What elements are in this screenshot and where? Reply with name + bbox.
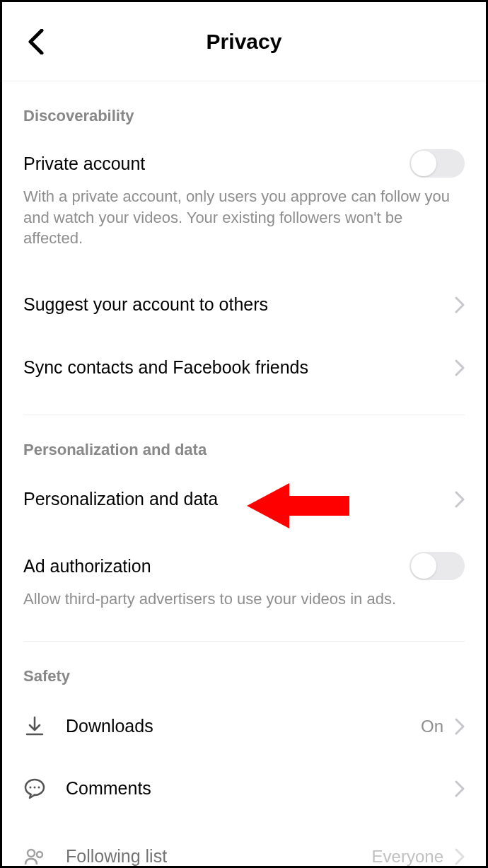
content: Discoverability Private account With a p…: [2, 81, 486, 868]
chevron-right-icon: [455, 780, 465, 797]
download-icon: [24, 716, 45, 737]
downloads-value: On: [421, 717, 443, 736]
header: Privacy: [2, 2, 486, 81]
downloads-row[interactable]: Downloads On: [2, 698, 486, 755]
following-list-title: Following list: [66, 846, 167, 867]
following-list-value: Everyone: [372, 847, 443, 867]
chevron-right-icon: [455, 491, 465, 508]
ad-authorization-description: Allow third-party advertisers to use you…: [23, 589, 465, 610]
ad-authorization-row: Ad authorization Allow third-party adver…: [2, 526, 486, 630]
toggle-knob: [411, 151, 436, 176]
svg-point-5: [37, 852, 42, 857]
comments-row[interactable]: Comments: [2, 755, 486, 823]
private-account-description: With a private account, only users you a…: [23, 186, 465, 249]
private-account-row: Private account With a private account, …: [2, 138, 486, 269]
ad-authorization-title: Ad authorization: [23, 556, 151, 577]
chevron-right-icon: [455, 848, 465, 865]
svg-point-3: [38, 786, 40, 788]
svg-point-1: [30, 786, 32, 788]
toggle-knob: [411, 553, 436, 579]
comments-title: Comments: [66, 778, 151, 799]
sync-contacts-row[interactable]: Sync contacts and Facebook friends: [2, 340, 486, 403]
personalization-data-row[interactable]: Personalization and data: [2, 472, 486, 526]
svg-point-2: [34, 786, 36, 788]
private-account-toggle[interactable]: [409, 149, 465, 178]
people-icon: [24, 846, 45, 867]
back-button[interactable]: [19, 25, 53, 59]
svg-point-4: [28, 850, 35, 857]
following-list-row[interactable]: Following list Everyone: [2, 823, 486, 868]
section-header-discoverability: Discoverability: [2, 81, 486, 138]
suggest-account-title: Suggest your account to others: [23, 294, 268, 315]
comment-icon: [24, 778, 45, 799]
chevron-right-icon: [455, 296, 465, 313]
chevron-right-icon: [455, 718, 465, 735]
chevron-left-icon: [28, 29, 45, 54]
section-header-personalization: Personalization and data: [2, 415, 486, 472]
ad-authorization-toggle[interactable]: [409, 552, 465, 580]
private-account-title: Private account: [23, 154, 145, 174]
personalization-data-title: Personalization and data: [23, 489, 218, 509]
suggest-account-row[interactable]: Suggest your account to others: [2, 269, 486, 340]
sync-contacts-title: Sync contacts and Facebook friends: [23, 357, 308, 378]
section-header-safety: Safety: [2, 642, 486, 698]
chevron-right-icon: [455, 359, 465, 376]
downloads-title: Downloads: [66, 716, 153, 736]
page-title: Privacy: [2, 30, 486, 54]
